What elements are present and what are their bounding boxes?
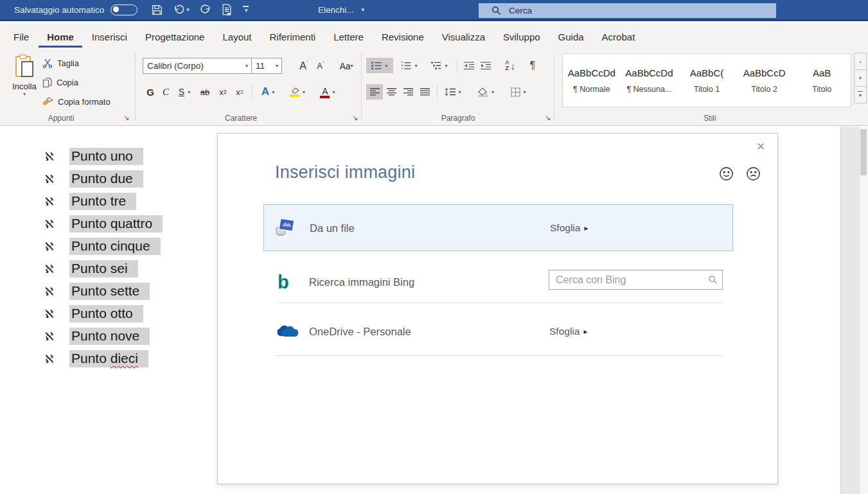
group-divider bbox=[135, 53, 136, 121]
tab-guida[interactable]: Guida bbox=[550, 25, 592, 48]
borders-button[interactable]: ▾ bbox=[506, 84, 531, 100]
customize-qat-icon[interactable]: ▾ bbox=[243, 6, 249, 13]
text-effects-button[interactable]: A▾ bbox=[256, 84, 279, 100]
style-titolo[interactable]: AaB Titolo bbox=[793, 54, 851, 107]
list-bullet: ℵ bbox=[45, 285, 69, 298]
style-normale[interactable]: AaBbCcDd ¶ Normale bbox=[563, 54, 621, 107]
bing-search-input[interactable] bbox=[549, 270, 723, 290]
list-item[interactable]: ℵPunto otto bbox=[45, 303, 163, 325]
document-title[interactable]: Elenchi... ▾ bbox=[318, 5, 364, 15]
bullet-list-icon bbox=[371, 61, 382, 70]
tab-inserisci[interactable]: Inserisci bbox=[84, 25, 136, 48]
list-item[interactable]: ℵPunto tre bbox=[45, 190, 163, 213]
autosave-toggle[interactable] bbox=[111, 4, 137, 15]
list-item[interactable]: ℵPunto sette bbox=[45, 280, 163, 303]
show-formatting-button[interactable]: ¶ bbox=[525, 58, 540, 73]
numbering-button[interactable]: ▾ bbox=[396, 58, 423, 73]
list-item[interactable]: ℵPunto uno bbox=[45, 145, 163, 168]
highlight-color-button[interactable]: ▾ bbox=[285, 84, 310, 100]
print-preview-icon[interactable] bbox=[222, 4, 233, 15]
ribbon-tabs: File Home Inserisci Progettazione Layout… bbox=[0, 23, 868, 49]
shrink-font-button[interactable]: Aˇ bbox=[312, 58, 329, 74]
shading-button[interactable]: ▾ bbox=[474, 84, 498, 100]
style-titolo-2[interactable]: AaBbCcD Titolo 2 bbox=[736, 54, 793, 107]
list-item[interactable]: ℵPunto cinque bbox=[45, 235, 163, 258]
smiley-sad-icon[interactable] bbox=[746, 166, 761, 181]
cut-button[interactable]: Taglia bbox=[42, 56, 79, 70]
subscript-button[interactable]: x2 bbox=[215, 84, 231, 100]
from-file-browse-link[interactable]: Sfoglia▸ bbox=[550, 222, 588, 234]
styles-scroll-up-button[interactable]: ▴ bbox=[854, 53, 867, 70]
styles-scroll-down-button[interactable]: ▾ bbox=[854, 69, 867, 87]
change-case-button[interactable]: Aa▾ bbox=[335, 58, 357, 74]
onedrive-row[interactable]: OneDrive - Personale Sfoglia▸ bbox=[263, 312, 733, 351]
align-right-button[interactable] bbox=[400, 84, 416, 100]
font-color-button[interactable]: A ▾ bbox=[315, 84, 340, 100]
underline-button[interactable]: S▾ bbox=[173, 84, 195, 100]
list-item[interactable]: ℵPunto due bbox=[45, 168, 163, 190]
paragrafo-dialog-launcher-icon[interactable]: ↘ bbox=[545, 114, 551, 122]
justify-button[interactable] bbox=[416, 84, 433, 100]
list-item[interactable]: ℵPunto nove bbox=[45, 325, 163, 348]
list-item[interactable]: ℵPunto dieci bbox=[45, 348, 163, 370]
appunti-dialog-launcher-icon[interactable]: ↘ bbox=[123, 114, 129, 122]
italic-button[interactable]: C bbox=[158, 84, 173, 100]
tab-file[interactable]: File bbox=[5, 25, 37, 48]
undo-caret[interactable]: ▾ bbox=[186, 6, 190, 13]
scrollbar-thumb[interactable] bbox=[860, 129, 867, 175]
align-center-button[interactable] bbox=[383, 84, 400, 100]
close-icon[interactable]: ✕ bbox=[754, 140, 768, 154]
tab-visualizza[interactable]: Visualizza bbox=[434, 25, 493, 48]
tab-progettazione[interactable]: Progettazione bbox=[137, 25, 213, 48]
align-left-button[interactable] bbox=[366, 84, 383, 100]
undo-icon[interactable]: ▾ bbox=[173, 4, 190, 15]
vertical-scrollbar[interactable] bbox=[859, 127, 868, 494]
line-spacing-button[interactable]: ▾ bbox=[441, 84, 465, 100]
tab-home[interactable]: Home bbox=[39, 25, 82, 48]
copy-button[interactable]: Copia bbox=[42, 75, 78, 89]
group-divider bbox=[361, 53, 362, 121]
bing-search-magnifier-icon[interactable] bbox=[708, 275, 718, 285]
grow-font-button[interactable]: Aˆ bbox=[296, 58, 312, 74]
onedrive-label: OneDrive - Personale bbox=[309, 326, 411, 338]
font-size-combo[interactable]: 11 ▾ bbox=[251, 58, 282, 74]
search-input[interactable]: Cerca bbox=[479, 3, 776, 18]
paragraph-row-2: ▾ ▾ ▾ bbox=[366, 84, 531, 100]
paste-dropdown-caret[interactable]: ▾ bbox=[9, 91, 40, 97]
list-bullet: ℵ bbox=[45, 172, 69, 186]
tab-riferimenti[interactable]: Riferimenti bbox=[261, 25, 324, 48]
quick-access-toolbar: ▾ ▾ bbox=[152, 4, 249, 15]
list-item[interactable]: ℵPunto sei bbox=[45, 258, 163, 280]
toggle-knob bbox=[113, 6, 119, 12]
bullets-button[interactable]: ▾ bbox=[366, 58, 393, 73]
smiley-happy-icon[interactable] bbox=[719, 166, 734, 181]
line-spacing-icon bbox=[445, 87, 456, 96]
increase-indent-button[interactable] bbox=[477, 58, 494, 73]
tab-layout[interactable]: Layout bbox=[214, 25, 260, 48]
tab-lettere[interactable]: Lettere bbox=[325, 25, 372, 48]
tab-acrobat[interactable]: Acrobat bbox=[594, 25, 644, 48]
format-painter-button[interactable]: Copia formato bbox=[42, 94, 111, 109]
font-size-caret[interactable]: ▾ bbox=[276, 63, 278, 69]
superscript-button[interactable]: x2 bbox=[231, 84, 248, 100]
font-name-combo[interactable]: Calibri (Corpo) ▾ bbox=[143, 58, 252, 74]
onedrive-browse-link[interactable]: Sfoglia▸ bbox=[549, 326, 587, 337]
tab-revisione[interactable]: Revisione bbox=[373, 25, 432, 48]
sort-button[interactable]: AZ ↓ bbox=[500, 58, 520, 73]
tab-sviluppo[interactable]: Sviluppo bbox=[495, 25, 549, 48]
style-nessuna-spaziatura[interactable]: AaBbCcDd ¶ Nessuna... bbox=[621, 54, 678, 107]
multilevel-list-button[interactable]: ▾ bbox=[425, 58, 454, 73]
redo-icon[interactable] bbox=[200, 4, 211, 15]
styles-scrollbar: ▴ ▾ ▾ bbox=[854, 53, 867, 103]
font-name-caret[interactable]: ▾ bbox=[245, 63, 248, 69]
paste-button[interactable]: Incolla ▾ bbox=[9, 54, 40, 110]
style-titolo-1[interactable]: AaBbC( Titolo 1 bbox=[678, 54, 736, 107]
styles-more-button[interactable]: ▾ bbox=[854, 86, 867, 103]
from-file-row[interactable]: Da un file Sfoglia▸ bbox=[263, 204, 733, 251]
decrease-indent-button[interactable] bbox=[461, 58, 477, 73]
bold-button[interactable]: G bbox=[143, 84, 158, 100]
strikethrough-button[interactable]: ab bbox=[195, 84, 215, 100]
save-icon[interactable] bbox=[152, 4, 163, 15]
list-item[interactable]: ℵPunto quattro bbox=[45, 213, 163, 235]
carattere-dialog-launcher-icon[interactable]: ↘ bbox=[352, 114, 358, 122]
